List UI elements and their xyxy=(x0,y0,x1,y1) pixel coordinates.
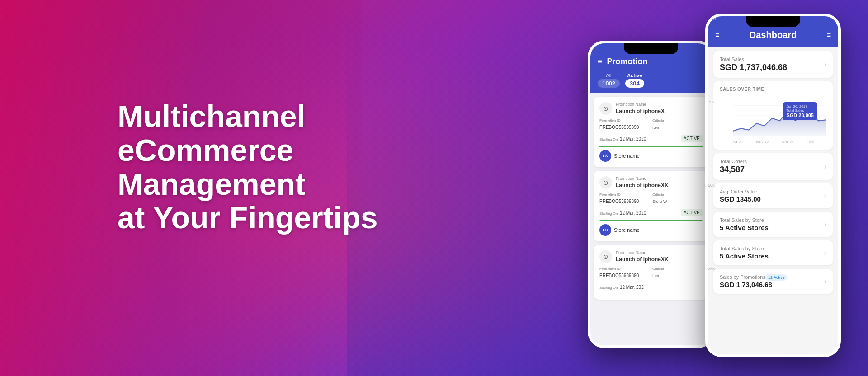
active-badge-2: ACTIVE xyxy=(681,209,703,216)
store-avatar-2: LS xyxy=(599,224,611,236)
promo-criteria-field-3: Criteria Item xyxy=(652,267,703,279)
promotion-screen: ≡ Promotion All 1002 Active 304 ⊙ xyxy=(590,43,712,345)
total-sales-content: Total Sales SGD 1,737,046.68 xyxy=(720,56,787,72)
promo-details-3: Promotion ID PREBOO53939898 Criteria Ite… xyxy=(599,267,703,279)
total-sales-store2-content: Total Sales by Store 5 Active Stores xyxy=(720,246,769,260)
chevron-icon-5: › xyxy=(824,249,826,257)
promo-criteria-field: Criteria Item xyxy=(652,118,703,131)
promo-icon-2: ⊙ xyxy=(599,176,612,189)
phone-notch-2 xyxy=(746,16,800,27)
promo-card-header-3: ⊙ Promotion Name Launch of iphoneXX xyxy=(599,250,703,263)
promo-criteria-field-2: Criteria Store W xyxy=(652,193,703,205)
menu-icon[interactable]: ≡ xyxy=(598,57,603,66)
chart-x-axis: Nov 1 Nov 12 Nov 20 Dec 1 xyxy=(720,140,826,144)
phones-mockup: ≡ Promotion All 1002 Active 304 ⊙ xyxy=(588,14,841,357)
avg-order-content: Avg. Order Value SGD 1345.00 xyxy=(720,189,761,203)
promo-icon: ⊙ xyxy=(599,102,612,115)
dash-content: Total Sales SGD 1,737,046.68 › SALES OVE… xyxy=(708,47,838,353)
chevron-icon-4: › xyxy=(824,221,826,229)
header-right-icons: ≡ xyxy=(827,31,831,39)
sales-promo-content: Sales by Promotions 12 Active SGD 1,73,0… xyxy=(720,274,787,288)
promo-card-3[interactable]: ⊙ Promotion Name Launch of iphoneXX Prom… xyxy=(594,245,708,300)
phone-promotion: ≡ Promotion All 1002 Active 304 ⊙ xyxy=(588,41,714,348)
tab-all[interactable]: All 1002 xyxy=(598,73,620,88)
total-orders-card[interactable]: Total Orders 34,587 › xyxy=(713,153,833,180)
promo-starting-3: Starting On 12 Mar, 202 xyxy=(599,282,703,291)
chart-body: Jun 20, 2019 Total Sales SGD 23,005 xyxy=(720,95,826,138)
promo-list: ⊙ Promotion Name Launch of iphoneX Promo… xyxy=(590,93,712,345)
total-sales-store1-card[interactable]: Total Sales by Store 5 Active Stores › xyxy=(713,212,833,237)
starting-info-2: Starting On 12 Mar, 2020 xyxy=(599,208,646,216)
promo-id-field-3: Promotion ID PREBOO53939898 xyxy=(599,267,650,279)
promo-id-field-2: Promotion ID PREBOO53939898 xyxy=(599,193,650,205)
promo-id-field: Promotion ID PREBOO53939898 xyxy=(599,118,650,131)
chart-tooltip: Jun 20, 2019 Total Sales SGD 23,005 xyxy=(783,102,817,120)
sales-chart-card: SALES OVER TIME 100K 75K 50K 25K 0 xyxy=(713,81,833,150)
promo-icon-3: ⊙ xyxy=(599,250,612,263)
starting-info: Starting On 12 Mar, 2020 xyxy=(599,134,646,142)
hero-section: Multichannel eCommerce Management at You… xyxy=(118,99,378,235)
store-name-2: Store name xyxy=(614,227,640,233)
sales-promo-header: Sales by Promotions 12 Active xyxy=(720,274,787,281)
promo-starting: Starting On 12 Mar, 2020 ACTIVE xyxy=(599,134,703,142)
promo-card-header: ⊙ Promotion Name Launch of iphoneX xyxy=(599,102,703,115)
promo-name-block: Promotion Name Launch of iphoneX xyxy=(616,102,665,115)
avg-order-card[interactable]: Avg. Order Value SGD 1345.00 › xyxy=(713,183,833,208)
active-badge: ACTIVE xyxy=(681,135,703,142)
promo-starting-2: Starting On 12 Mar, 2020 ACTIVE xyxy=(599,208,703,216)
starting-info-3: Starting On 12 Mar, 202 xyxy=(599,282,644,291)
promo-name-block-2: Promotion Name Launch of iphoneXX xyxy=(616,176,668,189)
chart-y-axis: 100K 75K 50K 25K 0 xyxy=(708,47,717,353)
total-sales-store1-content: Total Sales by Store 5 Active Stores xyxy=(720,217,769,231)
store-name: Store name xyxy=(614,153,640,159)
store-tag: LS Store name xyxy=(599,150,703,162)
chevron-icon-6: › xyxy=(824,277,826,286)
promo-count-badge: 12 Active xyxy=(765,274,788,281)
dashboard-screen: ≡ Dashboard ≡ Total Sales SGD 1,737,046.… xyxy=(708,16,838,354)
phone-notch xyxy=(624,43,678,54)
total-sales-card[interactable]: Total Sales SGD 1,737,046.68 › xyxy=(713,51,833,78)
store-avatar: LS xyxy=(599,150,611,162)
green-progress-bar xyxy=(599,146,703,147)
tab-active[interactable]: Active 304 xyxy=(625,73,644,88)
chart-label: SALES OVER TIME xyxy=(720,87,826,92)
green-progress-bar-2 xyxy=(599,220,703,221)
hero-title: Multichannel eCommerce Management at You… xyxy=(118,99,378,235)
promo-details-2: Promotion ID PREBOO53939898 Criteria Sto… xyxy=(599,193,703,205)
promo-card-1[interactable]: ⊙ Promotion Name Launch of iphoneX Promo… xyxy=(594,97,708,167)
store-tag-2: LS Store name xyxy=(599,224,703,236)
chevron-icon: › xyxy=(824,61,826,69)
dash-filter-icon[interactable]: ≡ xyxy=(827,31,831,39)
total-orders-content: Total Orders 34,587 xyxy=(720,159,747,174)
dash-title: Dashboard xyxy=(750,30,797,40)
promo-tabs: All 1002 Active 304 xyxy=(590,73,712,93)
chevron-icon-3: › xyxy=(824,192,826,200)
phone-dashboard: ≡ Dashboard ≡ Total Sales SGD 1,737,046.… xyxy=(705,14,841,357)
promo-title: Promotion xyxy=(607,57,648,66)
promo-name-block-3: Promotion Name Launch of iphoneXX xyxy=(616,250,668,263)
sales-promo-card[interactable]: Sales by Promotions 12 Active SGD 1,73,0… xyxy=(713,269,833,294)
total-sales-store2-card[interactable]: Total Sales by Store 5 Active Stores › xyxy=(713,240,833,265)
promo-card-2[interactable]: ⊙ Promotion Name Launch of iphoneXX Prom… xyxy=(594,171,708,241)
promo-details: Promotion ID PREBOO53939898 Criteria Ite… xyxy=(599,118,703,131)
chevron-icon-2: › xyxy=(824,163,826,171)
promo-card-header-2: ⊙ Promotion Name Launch of iphoneXX xyxy=(599,176,703,189)
